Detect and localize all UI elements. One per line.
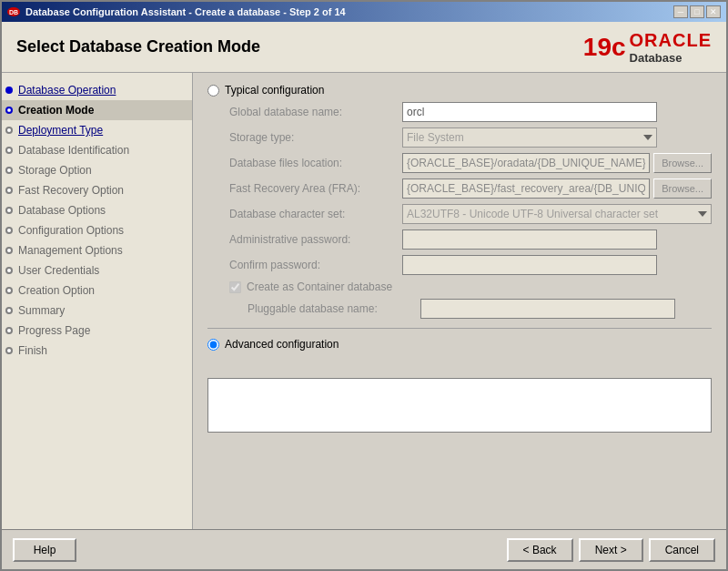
sidebar-label-database-operation: Database Operation — [18, 84, 116, 97]
sidebar-label-summary: Summary — [18, 304, 65, 317]
fra-browse[interactable]: Browse... — [653, 178, 712, 199]
step-dot-deployment-type — [5, 127, 13, 134]
sidebar-item-database-options[interactable]: Database Options — [2, 200, 192, 220]
step-dot-creation-option — [5, 287, 13, 294]
title-bar-text: Database Configuration Assistant - Creat… — [25, 6, 346, 17]
sidebar-item-finish[interactable]: Finish — [2, 341, 192, 361]
advanced-config-row: Advanced configuration — [207, 338, 712, 351]
pluggable-db-name-row: Pluggable database name: — [229, 299, 712, 319]
confirm-password-input[interactable] — [402, 255, 657, 275]
db-files-location-browse[interactable]: Browse... — [653, 153, 712, 173]
sidebar-item-configuration-options[interactable]: Configuration Options — [2, 220, 192, 240]
page-title: Select Database Creation Mode — [16, 37, 260, 56]
oracle-logo: 19c ORACLE Database — [583, 30, 712, 65]
step-dot-database-identification — [5, 147, 13, 154]
sidebar-item-database-identification[interactable]: Database Identification — [2, 140, 192, 160]
info-box — [207, 378, 712, 433]
sidebar-item-summary[interactable]: Summary — [2, 301, 192, 321]
step-dot-configuration-options — [5, 227, 13, 234]
oracle-name: ORACLE — [630, 30, 712, 51]
sidebar-item-database-operation[interactable]: Database Operation — [2, 80, 192, 100]
fra-input[interactable] — [402, 178, 650, 199]
oracle-version: 19c — [583, 33, 626, 62]
confirm-password-row: Confirm password: — [229, 255, 712, 275]
content-area: Database Operation Creation Mode Deploym… — [2, 73, 726, 529]
storage-type-select[interactable]: File SystemASM — [402, 127, 657, 148]
oracle-text: ORACLE Database — [630, 30, 712, 65]
admin-password-input[interactable] — [402, 229, 657, 250]
db-files-location-label: Database files location: — [229, 157, 402, 169]
sidebar-label-fast-recovery-option: Fast Recovery Option — [18, 184, 124, 197]
app-icon: DB — [7, 5, 20, 18]
divider — [207, 328, 712, 329]
sidebar-label-progress-page: Progress Page — [18, 324, 90, 337]
header-bar: Select Database Creation Mode 19c ORACLE… — [2, 22, 726, 73]
sidebar-label-database-identification: Database Identification — [18, 144, 129, 157]
container-db-checkbox[interactable] — [229, 281, 241, 293]
sidebar: Database Operation Creation Mode Deploym… — [2, 73, 193, 529]
step-dot-progress-page — [5, 327, 13, 334]
fra-row: Fast Recovery Area (FRA): Browse... — [229, 178, 712, 199]
step-dot-user-credentials — [5, 267, 13, 274]
container-db-label: Create as Container database — [247, 280, 392, 293]
advanced-config-radio[interactable] — [207, 339, 219, 351]
step-dot-management-options — [5, 247, 13, 254]
cancel-button[interactable]: Cancel — [649, 538, 715, 562]
bottom-bar: Help < Back Next > Cancel — [2, 529, 726, 569]
maximize-button[interactable]: □ — [690, 5, 704, 18]
sidebar-label-database-options: Database Options — [18, 204, 106, 217]
title-bar-buttons: ─ □ ✕ — [673, 5, 721, 18]
svg-text:DB: DB — [9, 9, 18, 15]
typical-config-radio[interactable] — [207, 85, 219, 97]
storage-type-label: Storage type: — [229, 131, 402, 144]
sidebar-item-fast-recovery-option[interactable]: Fast Recovery Option — [2, 180, 192, 200]
step-dot-database-operation — [5, 87, 13, 94]
typical-config-row: Typical configuration — [207, 84, 712, 97]
global-db-name-row: Global database name: — [229, 102, 712, 122]
storage-type-row: Storage type: File SystemASM — [229, 127, 712, 148]
sidebar-label-creation-mode: Creation Mode — [18, 104, 94, 117]
admin-password-row: Administrative password: — [229, 229, 712, 250]
main-window: DB Database Configuration Assistant - Cr… — [0, 0, 728, 571]
pluggable-db-name-input[interactable] — [420, 299, 675, 319]
sidebar-item-creation-mode[interactable]: Creation Mode — [2, 100, 192, 120]
step-dot-fast-recovery-option — [5, 187, 13, 194]
back-button[interactable]: < Back — [507, 538, 573, 562]
sidebar-label-finish: Finish — [18, 344, 47, 357]
sidebar-label-deployment-type: Deployment Type — [18, 124, 103, 137]
oracle-product: Database — [630, 51, 682, 65]
sidebar-item-management-options[interactable]: Management Options — [2, 240, 192, 260]
step-dot-summary — [5, 307, 13, 314]
sidebar-label-user-credentials: User Credentials — [18, 264, 99, 277]
sidebar-item-creation-option[interactable]: Creation Option — [2, 280, 192, 301]
step-dot-finish — [5, 347, 13, 354]
charset-row: Database character set: AL32UTF8 - Unico… — [229, 204, 712, 224]
sidebar-label-creation-option: Creation Option — [18, 284, 95, 297]
charset-select[interactable]: AL32UTF8 - Unicode UTF-8 Universal chara… — [402, 204, 712, 224]
main-content: Typical configuration Global database na… — [193, 73, 726, 529]
confirm-password-label: Confirm password: — [229, 259, 402, 271]
sidebar-item-deployment-type[interactable]: Deployment Type — [2, 120, 192, 140]
step-dot-database-options — [5, 207, 13, 214]
typical-config-label: Typical configuration — [225, 84, 324, 97]
global-db-name-input[interactable] — [402, 102, 657, 122]
next-button[interactable]: Next > — [579, 538, 643, 562]
sidebar-label-storage-option: Storage Option — [18, 164, 92, 177]
db-files-location-input[interactable] — [402, 153, 650, 173]
sidebar-item-progress-page[interactable]: Progress Page — [2, 321, 192, 341]
sidebar-label-management-options: Management Options — [18, 244, 123, 257]
charset-label: Database character set: — [229, 208, 402, 220]
global-db-name-label: Global database name: — [229, 106, 402, 118]
close-button[interactable]: ✕ — [706, 5, 721, 18]
step-dot-creation-mode — [5, 107, 13, 114]
fra-label: Fast Recovery Area (FRA): — [229, 182, 402, 195]
sidebar-label-configuration-options: Configuration Options — [18, 224, 124, 237]
pluggable-db-name-label: Pluggable database name: — [229, 302, 420, 315]
help-button[interactable]: Help — [13, 538, 76, 562]
title-bar: DB Database Configuration Assistant - Cr… — [2, 2, 726, 22]
sidebar-item-storage-option[interactable]: Storage Option — [2, 160, 192, 180]
bottom-right-buttons: < Back Next > Cancel — [507, 538, 715, 562]
minimize-button[interactable]: ─ — [673, 5, 688, 18]
db-files-location-row: Database files location: Browse... — [229, 153, 712, 173]
sidebar-item-user-credentials[interactable]: User Credentials — [2, 260, 192, 280]
